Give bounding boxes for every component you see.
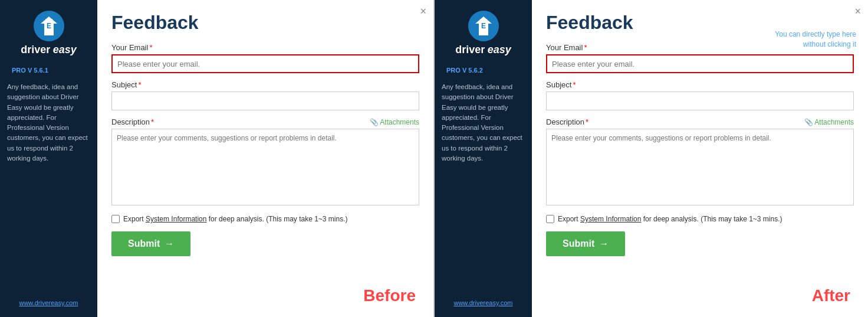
before-feedback-title: Feedback: [111, 12, 419, 34]
before-attachments-link[interactable]: Attachments: [370, 118, 419, 126]
before-email-label: Your Email*: [111, 43, 419, 52]
after-close-button[interactable]: ×: [854, 6, 861, 17]
after-pro-version: PRO V 5.6.2: [442, 67, 483, 74]
after-footer-link[interactable]: www.drivereasy.com: [453, 299, 512, 306]
after-submit-arrow: →: [599, 238, 609, 249]
before-email-input[interactable]: [111, 54, 419, 73]
before-subject-group: Subject*: [111, 80, 419, 110]
after-description-group: Description* Attachments: [546, 117, 854, 208]
after-export-label: Export: [558, 215, 578, 223]
svg-text:E: E: [46, 22, 51, 30]
after-main-content: × Feedback You can directly type here wi…: [532, 0, 868, 317]
after-logo-container: E driver easy: [455, 11, 511, 56]
before-label: Before: [363, 286, 416, 305]
before-description-textarea[interactable]: [111, 129, 419, 205]
after-subject-label: Subject*: [546, 80, 854, 89]
before-description-group: Description* Attachments: [111, 117, 419, 208]
after-system-info-link[interactable]: System Information: [580, 215, 641, 223]
before-export-suffix: for deep analysis. (This may take 1~3 mi…: [209, 215, 348, 223]
after-export-row: Export System Information for deep analy…: [546, 215, 854, 223]
before-export-label: Export: [123, 215, 144, 223]
before-app-name: driver easy: [21, 44, 77, 56]
after-attachments-link[interactable]: Attachments: [804, 118, 854, 126]
svg-text:E: E: [481, 22, 485, 30]
before-subject-label: Subject*: [111, 80, 419, 89]
after-submit-button[interactable]: Submit →: [546, 231, 625, 256]
after-email-input[interactable]: [546, 54, 854, 73]
before-sidebar-description: Any feedback, idea and suggestion about …: [7, 82, 90, 164]
after-sidebar-description: Any feedback, idea and suggestion about …: [442, 82, 525, 164]
before-export-row: Export System Information for deep analy…: [111, 215, 419, 223]
before-sidebar: E driver easy PRO V 5.6.1 Any feedback, …: [0, 0, 97, 317]
before-submit-button[interactable]: Submit →: [111, 231, 190, 256]
after-description-header: Description* Attachments: [546, 117, 854, 126]
after-app-name: driver easy: [455, 44, 511, 56]
before-logo-icon: E: [34, 11, 64, 41]
before-close-button[interactable]: ×: [420, 6, 426, 17]
before-email-group: Your Email*: [111, 43, 419, 73]
after-sidebar: E driver easy PRO V 5.6.2 Any feedback, …: [435, 0, 532, 317]
before-subject-input[interactable]: [111, 91, 419, 110]
after-subject-group: Subject*: [546, 80, 854, 110]
before-system-info-link[interactable]: System Information: [146, 215, 206, 223]
after-tooltip: You can directly type here without click…: [762, 30, 856, 50]
after-description-label: Description*: [546, 117, 588, 126]
before-logo-container: E driver easy: [21, 11, 77, 56]
before-submit-arrow: →: [165, 238, 174, 249]
before-pro-version: PRO V 5.6.1: [7, 67, 48, 74]
before-description-label: Description*: [111, 117, 154, 126]
before-footer-link[interactable]: www.drivereasy.com: [19, 299, 78, 306]
after-description-textarea[interactable]: [546, 129, 854, 205]
after-subject-input[interactable]: [546, 91, 854, 110]
after-export-suffix: for deep analysis. (This may take 1~3 mi…: [643, 215, 782, 223]
before-export-checkbox[interactable]: [111, 215, 120, 223]
before-panel: E driver easy PRO V 5.6.1 Any feedback, …: [0, 0, 433, 317]
before-main-content: × Feedback Your Email* Subject* Descript…: [97, 0, 433, 317]
after-panel: E driver easy PRO V 5.6.2 Any feedback, …: [435, 0, 868, 317]
before-description-header: Description* Attachments: [111, 117, 419, 126]
after-logo-icon: E: [468, 11, 499, 41]
after-export-checkbox[interactable]: [546, 215, 554, 223]
after-label: After: [812, 286, 850, 305]
